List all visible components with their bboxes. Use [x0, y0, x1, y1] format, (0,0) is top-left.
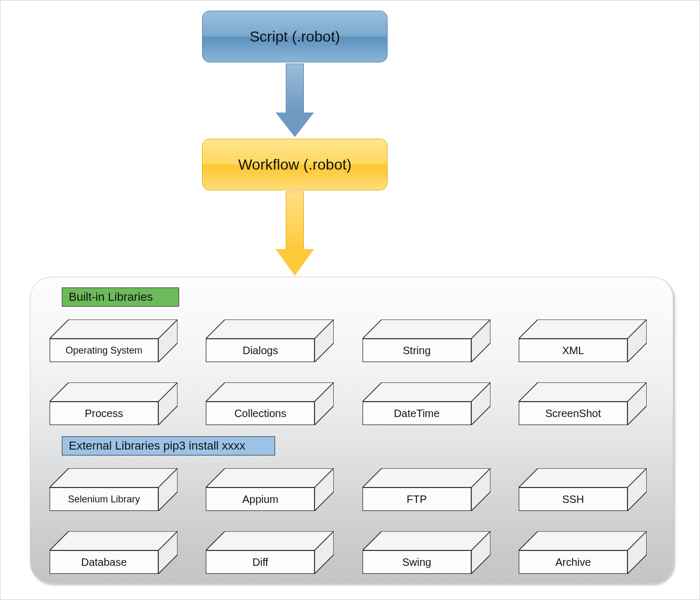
lib-selenium: Selenium Library [50, 468, 178, 511]
lib-database: Database [50, 531, 178, 574]
svg-marker-10 [206, 382, 334, 402]
lib-label: ScreenShot [519, 402, 627, 425]
section-tag-label: Built-in Libraries [69, 290, 153, 304]
lib-archive: Archive [519, 531, 647, 574]
lib-label: Swing [363, 550, 471, 574]
svg-marker-6 [519, 319, 647, 339]
lib-xml: XML [519, 319, 647, 362]
builtin-row-1: Operating System Dialogs String XML [50, 319, 647, 362]
section-tag-builtin: Built-in Libraries [62, 287, 179, 307]
lib-appium: Appium [206, 468, 334, 511]
svg-marker-30 [519, 531, 647, 550]
lib-label: XML [519, 339, 627, 362]
lib-label: Process [50, 402, 158, 425]
svg-marker-24 [50, 531, 178, 550]
lib-datetime: DateTime [363, 382, 490, 425]
lib-label: Dialogs [206, 339, 315, 362]
arrow-head-icon [276, 113, 314, 137]
lib-label: Appium [206, 487, 315, 511]
lib-label: Collections [206, 402, 315, 425]
lib-label: String [363, 339, 471, 362]
lib-label: FTP [363, 487, 471, 511]
lib-process: Process [50, 382, 178, 425]
arrow-head-icon [276, 249, 314, 276]
svg-marker-2 [206, 319, 334, 339]
node-workflow-label: Workflow (.robot) [238, 156, 352, 173]
svg-marker-26 [206, 531, 334, 550]
lib-string: String [363, 319, 490, 362]
svg-marker-16 [50, 468, 178, 487]
svg-marker-0 [50, 319, 178, 339]
svg-marker-4 [363, 319, 490, 339]
lib-label: DateTime [363, 402, 471, 425]
lib-label: Diff [206, 550, 315, 574]
lib-diff: Diff [206, 531, 334, 574]
arrow-shaft [286, 191, 304, 249]
svg-marker-20 [363, 468, 490, 487]
lib-dialogs: Dialogs [206, 319, 334, 362]
lib-label: Database [50, 550, 158, 574]
svg-marker-12 [363, 382, 490, 402]
arrow-script-to-workflow [286, 63, 304, 138]
svg-marker-22 [519, 468, 647, 487]
lib-ssh: SSH [519, 468, 647, 511]
arrow-workflow-to-libraries [286, 191, 304, 277]
svg-marker-14 [519, 382, 647, 402]
arrow-shaft [286, 63, 304, 113]
node-script-label: Script (.robot) [250, 28, 340, 45]
lib-label: SSH [519, 487, 627, 511]
lib-screenshot: ScreenShot [519, 382, 647, 425]
lib-label: Selenium Library [50, 487, 158, 511]
lib-operating-system: Operating System [50, 319, 178, 362]
lib-collections: Collections [206, 382, 334, 425]
external-row-2: Database Diff Swing Archive [50, 531, 647, 574]
external-row-1: Selenium Library Appium FTP SSH [50, 468, 647, 511]
section-tag-external: External Libraries pip3 install xxxx [62, 436, 275, 455]
lib-ftp: FTP [363, 468, 490, 511]
node-script: Script (.robot) [202, 11, 388, 62]
section-tag-label: External Libraries pip3 install xxxx [69, 439, 245, 453]
svg-marker-28 [363, 531, 490, 550]
lib-swing: Swing [363, 531, 490, 574]
svg-marker-18 [206, 468, 334, 487]
node-workflow: Workflow (.robot) [202, 139, 388, 190]
diagram-canvas: Script (.robot) Workflow (.robot) Built-… [1, 1, 699, 599]
lib-label: Operating System [50, 339, 158, 362]
lib-label: Archive [519, 550, 627, 574]
svg-marker-8 [50, 382, 178, 402]
builtin-row-2: Process Collections DateTime ScreenShot [50, 382, 647, 425]
